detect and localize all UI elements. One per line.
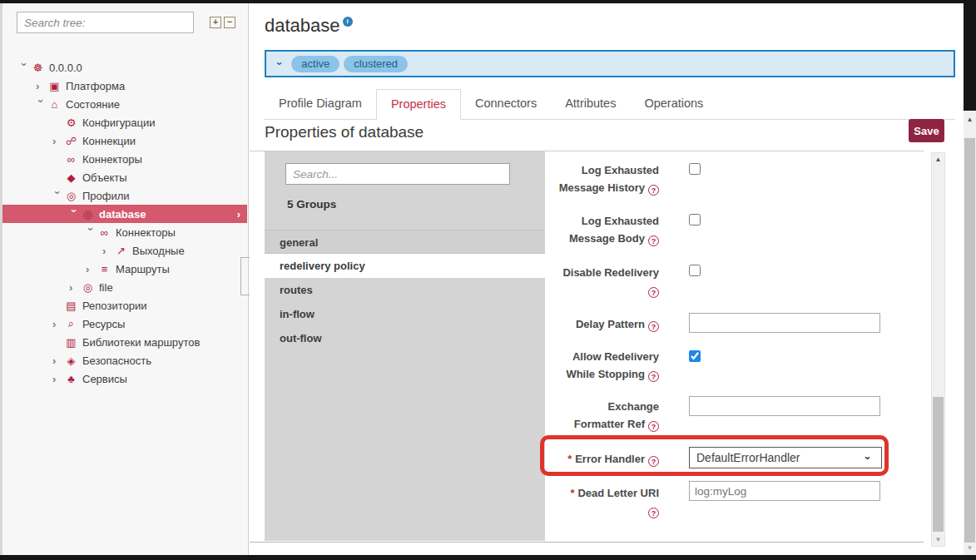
chevron-right-icon[interactable]: ›	[237, 208, 240, 221]
tab-attributes[interactable]: Attributes	[551, 89, 630, 120]
delay-pattern-input[interactable]	[689, 313, 880, 333]
tree-item-konnektory-database[interactable]: › ∞ Коннекторы	[2, 223, 247, 241]
tree-item-root-0000[interactable]: › ☸ 0.0.0.0	[2, 58, 247, 77]
scroll-down-arrow-icon[interactable]: ▼	[964, 544, 976, 552]
group-item-general[interactable]: general	[265, 230, 545, 254]
tree-item-platforma[interactable]: › ▣ Платформа	[2, 77, 247, 95]
tree-item-label: Коннекторы	[116, 226, 176, 239]
scroll-down-arrow-icon[interactable]: ▼	[932, 536, 944, 543]
tree-item-resursy[interactable]: › ⌕ Ресурсы	[2, 315, 247, 333]
chevron-right-icon[interactable]: ›	[52, 354, 64, 367]
group-item-in-flow[interactable]: in-flow	[265, 302, 545, 326]
help-icon[interactable]: ?	[648, 321, 659, 332]
scroll-up-arrow-icon[interactable]: ▲	[964, 116, 976, 123]
chevron-right-icon[interactable]: ›	[102, 245, 114, 257]
tree-item-konnektory[interactable]: ∞ Коннекторы	[2, 150, 247, 168]
tree-item-label: Состояние	[66, 98, 120, 111]
group-item-out-flow[interactable]: out-flow	[265, 326, 545, 350]
log-exhausted-message-body-checkbox[interactable]	[689, 214, 701, 225]
window-scrollbar-thumb[interactable]	[964, 138, 975, 543]
help-icon[interactable]: ?	[648, 235, 659, 246]
chevron-right-icon[interactable]: ›	[36, 80, 47, 92]
error-handler-select[interactable]: DefaultErrorHandler	[689, 447, 882, 468]
expand-all-button[interactable]: +	[210, 17, 221, 28]
tree-search-input[interactable]	[17, 12, 194, 33]
outbound-arrow-icon: ↗	[114, 245, 128, 257]
tree-item-vykhodnye[interactable]: › ↗ Выходные	[2, 241, 247, 260]
profile-icon: ◎	[81, 281, 95, 294]
help-icon[interactable]: ?	[648, 508, 659, 518]
section-title: Properties of database	[265, 123, 424, 141]
tree-item-label: Профили	[82, 190, 130, 202]
help-icon[interactable]: ?	[648, 185, 659, 196]
app-window: + − › ☸ 0.0.0.0 › ▣ Платформа › ⌂ Состоя…	[0, 0, 976, 560]
info-icon[interactable]: i	[343, 17, 353, 27]
field-label-text: Exchange Formatter Ref	[574, 400, 659, 430]
tree-item-obekty[interactable]: ◆ Объекты	[2, 168, 247, 186]
chevron-right-icon[interactable]: ›	[69, 281, 81, 294]
tree-item-label: file	[99, 281, 113, 294]
chevron-down-icon[interactable]: ›	[274, 62, 286, 65]
help-icon[interactable]: ?	[648, 287, 659, 298]
field-label-text: Log Exhausted Message Body	[569, 215, 659, 245]
form-scrollbar[interactable]: ▲ ▼	[931, 152, 945, 547]
tree-item-file[interactable]: › ◎ file	[2, 278, 247, 296]
tree-item-biblioteki-marshrutov[interactable]: ▥ Библиотеки маршрутов	[2, 333, 247, 351]
chevron-down-icon[interactable]: ›	[35, 99, 47, 111]
groups-search-input[interactable]	[285, 163, 510, 185]
field-label-dead-letter-uri: *Dead Letter URI?	[567, 484, 659, 519]
state-icon: ⌂	[47, 98, 62, 111]
shield-icon: ◈	[64, 354, 78, 367]
chevron-down-icon[interactable]: ›	[85, 227, 97, 239]
form-scrollbar-thumb[interactable]	[933, 397, 944, 532]
window-scrollbar[interactable]: ▲ ▼	[964, 111, 976, 555]
group-item-redelivery-policy[interactable]: redelivery policy	[265, 254, 545, 278]
tree-item-konnektsii[interactable]: › ☍ Коннекции	[2, 131, 247, 150]
chevron-right-icon[interactable]: ›	[52, 135, 64, 147]
tree-item-marshruty[interactable]: › ≡ Маршруты	[2, 260, 247, 278]
tree-item-label: Маршруты	[116, 263, 170, 275]
chevron-down-icon[interactable]: ›	[52, 191, 64, 202]
cube-icon: ◆	[64, 171, 78, 184]
tree-item-label: Репозитории	[82, 300, 146, 312]
bar-chart-icon: ▥	[64, 336, 78, 349]
log-exhausted-message-history-checkbox[interactable]	[689, 163, 701, 175]
group-item-routes[interactable]: routes	[265, 278, 545, 302]
scroll-up-arrow-icon[interactable]: ▲	[932, 156, 944, 163]
exchange-formatter-ref-input[interactable]	[689, 396, 880, 416]
tree-item-database[interactable]: › ◎ database ›	[2, 205, 247, 223]
chevron-right-icon[interactable]: ›	[52, 373, 64, 385]
tree-item-repozitorii[interactable]: ▤ Репозитории	[2, 296, 247, 315]
gear-icon: ⚙	[64, 116, 78, 129]
tree-item-label: Коннекции	[82, 135, 136, 147]
disable-redelivery-checkbox[interactable]	[689, 265, 701, 276]
chevron-right-icon[interactable]: ›	[86, 263, 97, 275]
save-button[interactable]: Save	[909, 119, 944, 142]
chevron-down-icon[interactable]: ›	[18, 62, 31, 74]
chevron-right-icon[interactable]: ›	[52, 318, 64, 330]
field-label-error-handler: *Error Handler?	[542, 450, 659, 468]
services-icon: ♣	[64, 373, 78, 385]
allow-redelivery-while-stopping-checkbox[interactable]	[689, 350, 701, 362]
field-label-text: Delay Pattern	[576, 318, 645, 330]
collapse-all-button[interactable]: −	[224, 17, 235, 28]
tree-item-servisy[interactable]: › ♣ Сервисы	[2, 369, 247, 388]
dead-letter-uri-input[interactable]	[689, 481, 880, 501]
tree-item-label: Коннекторы	[82, 153, 142, 166]
tree-item-label: Библиотеки маршрутов	[82, 336, 200, 349]
tree-item-konfiguratsii[interactable]: ⚙ Конфигурации	[2, 113, 247, 131]
tree-item-sostoyanie[interactable]: › ⌂ Состояние	[2, 95, 247, 113]
field-label-text: Error Handler	[575, 453, 645, 465]
field-label-text: Log Exhausted Message History	[559, 164, 659, 194]
tree-item-profili[interactable]: › ◎ Профили	[2, 186, 247, 205]
tab-connectors[interactable]: Connectors	[461, 89, 551, 120]
help-icon[interactable]: ?	[648, 421, 659, 432]
tab-profile-diagram[interactable]: Profile Diagram	[265, 89, 376, 120]
chevron-down-icon[interactable]: ›	[68, 209, 81, 221]
help-icon[interactable]: ?	[648, 371, 659, 382]
help-icon[interactable]: ?	[648, 456, 659, 467]
field-label-text: Disable Redelivery	[562, 266, 659, 279]
tab-properties[interactable]: Properties	[376, 89, 461, 120]
tab-operations[interactable]: Operations	[630, 89, 717, 120]
tree-item-bezopasnost[interactable]: › ◈ Безопасность	[2, 351, 247, 369]
